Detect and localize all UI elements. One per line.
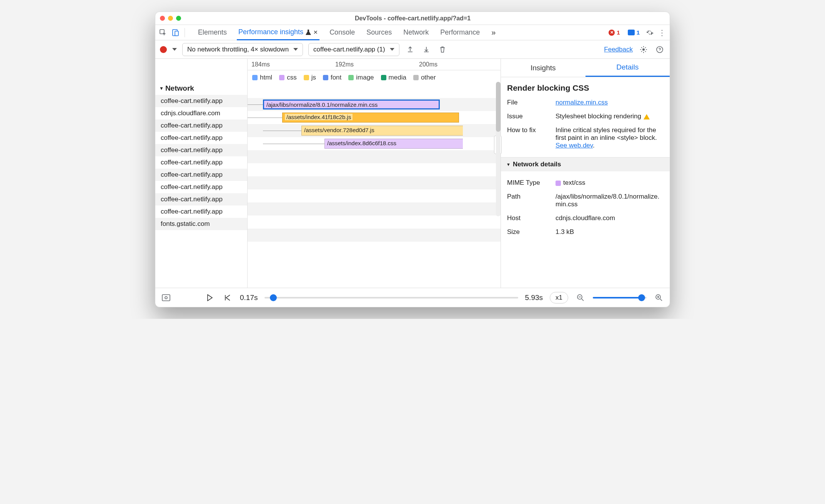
insights-toolbar: No network throttling, 4× slowdown coffe… [155, 40, 670, 59]
list-item[interactable]: coffee-cart.netlify.app [155, 181, 247, 193]
device-toolbar-icon[interactable] [170, 27, 181, 38]
target-select[interactable]: coffee-cart.netlify.app (1) [308, 43, 399, 56]
zoom-slider[interactable] [593, 297, 647, 298]
vertical-scrollbar[interactable] [496, 82, 501, 216]
waterfall-tracks: /ajax/libs/normalize/8.0.1/normalize.min… [248, 85, 501, 242]
throttling-select[interactable]: No network throttling, 4× slowdown [182, 43, 303, 56]
mime-color-icon [556, 181, 561, 186]
list-item[interactable]: fonts.gstatic.com [155, 218, 247, 230]
inspect-element-icon[interactable] [158, 27, 168, 38]
request-bar-vendor-js[interactable]: /assets/vendor.728ed0d7.js [301, 126, 463, 136]
window-title: DevTools - coffee-cart.netlify.app/?ad=1 [181, 15, 644, 22]
screenshot-view-icon[interactable] [161, 292, 171, 303]
playback-speed[interactable]: x1 [550, 292, 568, 303]
tab-performance-insights[interactable]: Performance insights ✕ [237, 25, 319, 40]
network-section-header[interactable]: Network [155, 82, 247, 95]
titlebar: DevTools - coffee-cart.netlify.app/?ad=1 [155, 12, 670, 25]
tab-sources[interactable]: Sources [365, 25, 393, 40]
record-dropdown-icon[interactable] [172, 48, 177, 51]
tab-details[interactable]: Details [585, 59, 670, 77]
minimize-window-button[interactable] [168, 16, 173, 21]
window-controls [160, 16, 181, 21]
kebab-menu-icon[interactable]: ⋮ [657, 27, 667, 38]
export-icon[interactable] [405, 44, 416, 55]
request-bar-index-css[interactable]: /assets/index.8d6c6f18.css [324, 139, 463, 149]
warning-icon [644, 114, 650, 119]
main-area: Network coffee-cart.netlify.app cdnjs.cl… [155, 59, 670, 288]
network-details-header[interactable]: Network details [501, 158, 670, 171]
close-tab-icon[interactable]: ✕ [313, 29, 318, 35]
detail-file: File normalize.min.css [507, 96, 664, 109]
request-bar-normalize-css[interactable]: /ajax/libs/normalize/8.0.1/normalize.min… [263, 99, 440, 109]
main-tabstrip: Elements Performance insights ✕ Console … [155, 25, 670, 40]
import-icon[interactable] [421, 44, 432, 55]
flask-icon [306, 29, 311, 35]
left-network-panel: Network coffee-cart.netlify.app cdnjs.cl… [155, 59, 248, 288]
list-item[interactable]: cdnjs.cloudflare.com [155, 107, 247, 119]
list-item[interactable]: coffee-cart.netlify.app [155, 119, 247, 132]
list-item[interactable]: coffee-cart.netlify.app [155, 132, 247, 144]
whisker [263, 131, 301, 131]
panel-settings-icon[interactable] [638, 44, 649, 55]
divider [185, 28, 185, 37]
webdev-link[interactable]: See web.dev [556, 142, 593, 149]
tab-insights[interactable]: Insights [501, 59, 585, 77]
list-item[interactable]: coffee-cart.netlify.app [155, 156, 247, 169]
network-host-list: coffee-cart.netlify.app cdnjs.cloudflare… [155, 95, 247, 230]
delete-icon[interactable] [437, 44, 448, 55]
error-count-badge[interactable]: ✕1 [605, 28, 623, 36]
svg-rect-2 [175, 31, 178, 36]
playback-footer: 0.17s 5.93s x1 [155, 288, 670, 307]
tab-network[interactable]: Network [402, 25, 430, 40]
whisker [248, 118, 282, 118]
svg-point-6 [165, 297, 167, 299]
detail-issue: Issue Stylesheet blocking rendering [507, 109, 664, 123]
help-icon[interactable] [654, 44, 665, 55]
list-item[interactable]: coffee-cart.netlify.app [155, 193, 247, 206]
svg-rect-5 [162, 295, 170, 301]
details-card: Render blocking CSS File normalize.min.c… [501, 77, 670, 158]
svg-point-3 [642, 48, 645, 51]
request-bar-index-js[interactable]: /assets/index.41f18c2b.js [282, 113, 459, 123]
details-sidebar: Insights Details Render blocking CSS Fil… [501, 59, 670, 288]
whisker [263, 144, 324, 144]
resource-legend: html css js font image media other [248, 70, 501, 85]
tab-console[interactable]: Console [328, 25, 356, 40]
list-item[interactable]: coffee-cart.netlify.app [155, 169, 247, 181]
sidebar-tabs: Insights Details [501, 59, 670, 77]
play-icon[interactable] [205, 292, 215, 303]
list-item[interactable]: coffee-cart.netlify.app [155, 95, 247, 107]
zoom-window-button[interactable] [176, 16, 181, 21]
settings-gear-icon[interactable] [644, 27, 655, 38]
record-button[interactable] [160, 46, 167, 53]
tab-elements[interactable]: Elements [196, 25, 228, 40]
whisker [248, 104, 263, 105]
timeline-panel: 184ms 192ms 200ms html css js font image… [248, 59, 501, 288]
playhead-end-time: 5.93s [525, 293, 543, 302]
tab-performance[interactable]: Performance [439, 25, 481, 40]
details-title: Render blocking CSS [507, 83, 664, 93]
timeline-slider[interactable] [264, 297, 518, 298]
network-details-card: MIME Typetext/css Path/ajax/libs/normali… [501, 171, 670, 244]
playhead-start-time: 0.17s [240, 293, 258, 302]
more-tabs-button[interactable]: » [490, 25, 497, 40]
list-item[interactable]: coffee-cart.netlify.app [155, 206, 247, 218]
detail-howtofix: How to fix Inline critical styles requir… [507, 123, 664, 153]
devtools-window: DevTools - coffee-cart.netlify.app/?ad=1… [155, 12, 670, 307]
close-window-button[interactable] [160, 16, 165, 21]
time-ruler[interactable]: 184ms 192ms 200ms [248, 59, 501, 70]
message-count-badge[interactable]: 1 [625, 28, 643, 36]
list-item[interactable]: coffee-cart.netlify.app [155, 144, 247, 156]
feedback-link[interactable]: Feedback [604, 46, 633, 53]
zoom-out-icon[interactable] [575, 292, 586, 303]
file-link[interactable]: normalize.min.css [556, 99, 608, 106]
rewind-start-icon[interactable] [222, 292, 233, 303]
zoom-in-icon[interactable] [654, 292, 664, 303]
